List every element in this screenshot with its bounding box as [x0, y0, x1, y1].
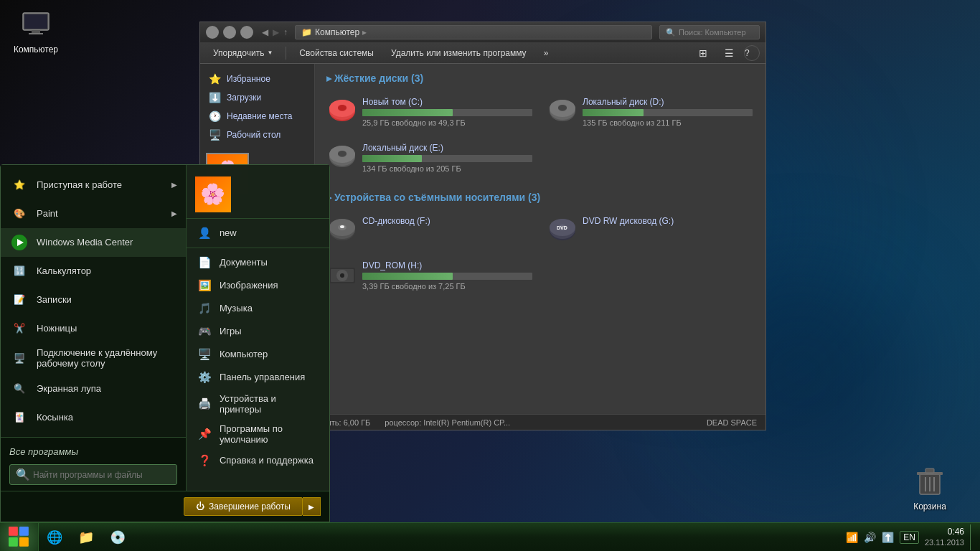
- right-item-music[interactable]: 🎵 Музыка: [187, 297, 329, 320]
- start-item-notes[interactable]: 📝 Записки: [1, 286, 186, 314]
- arrow-icon: ▶: [171, 181, 177, 189]
- svg-rect-6: [925, 468, 934, 473]
- start-item-getstarted[interactable]: ⭐ Приступая к работе ▶: [1, 171, 186, 199]
- drive-e-fill: [362, 155, 422, 162]
- drive-c-icon: [328, 97, 357, 126]
- svg-rect-3: [29, 33, 43, 34]
- search-box[interactable]: 🔍: [9, 464, 177, 485]
- devices-icon: 🖨️: [198, 397, 212, 411]
- nav-up-icon[interactable]: ↑: [283, 27, 288, 37]
- svg-rect-42: [19, 527, 29, 536]
- network-icon[interactable]: 📶: [846, 532, 858, 543]
- desktop-icon-computer[interactable]: Компьютер: [7, 7, 65, 55]
- system-props-btn[interactable]: Свойства системы: [292, 46, 381, 60]
- date-display: 23.11.2013: [925, 537, 964, 547]
- user-avatar: 🌸: [195, 176, 231, 212]
- start-item-scissors[interactable]: ✂️ Ножницы: [1, 314, 186, 343]
- drive-g-info: DVD RW дисковод (G:): [583, 216, 753, 228]
- search-icon: 🔍: [16, 468, 30, 481]
- explorer-taskbar-icon: 📁: [77, 529, 95, 546]
- start-programs-list: ⭐ Приступая к работе ▶ 🎨 Paint ▶: [1, 165, 186, 437]
- nav-forward-icon[interactable]: ▶: [273, 27, 279, 37]
- right-item-games[interactable]: 🎮 Игры: [187, 320, 329, 343]
- drive-c[interactable]: Новый том (C:) 25,9 ГБ свободно из 49,3 …: [324, 93, 537, 131]
- user-icon: 👤: [198, 226, 212, 240]
- cpu-info: роцессор: Intel(R) Pentium(R) CP...: [385, 418, 510, 427]
- shutdown-btn[interactable]: ⏻ Завершение работы: [184, 497, 303, 516]
- organize-btn[interactable]: Упорядочить ▼: [206, 46, 280, 60]
- search-bar[interactable]: 🔍 Поиск: Компьютер: [659, 25, 760, 39]
- start-button[interactable]: [0, 523, 39, 552]
- computer-right-icon: 🖥️: [198, 347, 212, 362]
- drive-e-bar: [362, 155, 532, 162]
- drive-d[interactable]: Локальный диск (D:) 135 ГБ свободно из 2…: [544, 93, 757, 131]
- language-indicator[interactable]: EN: [900, 531, 919, 544]
- svg-rect-2: [32, 30, 40, 33]
- drive-h[interactable]: DVD_ROM (H:) 3,39 ГБ свободно из 7,25 ГБ: [324, 256, 537, 295]
- view-toggle-btn[interactable]: ☰: [717, 45, 741, 61]
- svg-rect-44: [19, 537, 29, 547]
- show-desktop-btn[interactable]: [970, 524, 974, 550]
- svg-rect-1: [24, 14, 47, 29]
- sidebar-item-favorites[interactable]: ⭐ Избранное: [200, 70, 314, 88]
- drive-c-fill: [362, 109, 453, 116]
- all-programs-btn[interactable]: Все программы: [9, 443, 177, 460]
- start-item-rdp[interactable]: 🖥️ Подключение к удалённому рабочему сто…: [1, 343, 186, 374]
- right-item-control[interactable]: ⚙️ Панель управления: [187, 366, 329, 389]
- nav-back-icon[interactable]: ◀: [262, 27, 268, 37]
- sidebar-item-desktop[interactable]: 🖥️ Рабочий стол: [200, 126, 314, 144]
- right-item-defaults[interactable]: 📌 Программы по умолчанию: [187, 419, 329, 449]
- search-input[interactable]: [33, 470, 171, 480]
- svg-rect-41: [9, 527, 18, 536]
- shutdown-arrow-btn[interactable]: ▶: [303, 497, 321, 516]
- drive-e-info: Локальный диск (E:) 134 ГБ свободно из 2…: [362, 143, 532, 173]
- drive-d-icon: [548, 97, 577, 126]
- clock[interactable]: 0:46 23.11.2013: [925, 527, 964, 548]
- taskbar-ie-btn[interactable]: 🌐: [40, 524, 69, 550]
- drive-g[interactable]: DVD DVD RW дисковод (G:): [544, 212, 757, 249]
- drive-f[interactable]: CD-дисковод (F:): [324, 212, 537, 249]
- sound-icon[interactable]: 🔊: [864, 532, 876, 543]
- right-item-new[interactable]: 👤 new: [187, 222, 329, 245]
- start-item-solitaire[interactable]: 🃏 Косынка: [1, 402, 186, 431]
- magnifier-icon: 🔍: [9, 378, 29, 398]
- taskbar-explorer-btn[interactable]: 📁: [72, 524, 100, 550]
- uninstall-btn[interactable]: Удалить или изменить программу: [384, 46, 534, 60]
- organize-arrow: ▼: [267, 50, 273, 56]
- start-item-magnifier[interactable]: 🔍 Экранная лупа: [1, 374, 186, 402]
- more-btn[interactable]: »: [537, 46, 556, 60]
- drive-h-info: DVD_ROM (H:) 3,39 ГБ свободно из 7,25 ГБ: [362, 260, 532, 291]
- drive-f-info: CD-дисковод (F:): [362, 216, 532, 228]
- sidebar-item-downloads[interactable]: ⬇️ Загрузки: [200, 88, 314, 107]
- right-item-help[interactable]: ❓ Справка и поддержка: [187, 449, 329, 472]
- view-options-btn[interactable]: ⊞: [692, 45, 715, 61]
- toolbar-separator: [286, 47, 286, 60]
- drive-e[interactable]: Локальный диск (E:) 134 ГБ свободно из 2…: [324, 138, 537, 177]
- desktop-icon-recycle[interactable]: Корзина: [901, 464, 958, 512]
- drive-d-fill: [583, 109, 644, 116]
- svg-rect-43: [9, 537, 18, 547]
- window-max-btn[interactable]: [240, 26, 253, 39]
- sidebar-item-recent[interactable]: 🕐 Недавние места: [200, 107, 314, 126]
- start-item-wmc[interactable]: Windows Media Center: [1, 228, 186, 257]
- computer-label: Компьютер: [14, 44, 58, 55]
- battery-icon[interactable]: ⬆️: [882, 532, 894, 543]
- window-min-btn[interactable]: [223, 26, 236, 39]
- computer-icon: [19, 7, 53, 42]
- help-btn[interactable]: ?: [744, 45, 760, 61]
- help-icon: ❓: [198, 453, 212, 468]
- right-item-computer[interactable]: 🖥️ Компьютер: [187, 343, 329, 366]
- taskbar-media-btn[interactable]: 💿: [103, 524, 132, 550]
- start-item-calc[interactable]: 🔢 Калькулятор: [1, 257, 186, 286]
- address-bar[interactable]: 📁 Компьютер ▸: [295, 25, 652, 39]
- drive-g-icon: DVD: [548, 216, 577, 245]
- drive-h-icon: [328, 260, 357, 289]
- right-item-images[interactable]: 🖼️ Изображения: [187, 274, 329, 297]
- address-text: Компьютер: [315, 27, 359, 37]
- window-close-btn[interactable]: [206, 26, 219, 39]
- right-item-devices[interactable]: 🖨️ Устройства и принтеры: [187, 389, 329, 419]
- svg-point-29: [340, 225, 344, 228]
- notes-icon: 📝: [9, 290, 29, 310]
- start-item-paint[interactable]: 🎨 Paint ▶: [1, 199, 186, 228]
- right-item-docs[interactable]: 📄 Документы: [187, 251, 329, 274]
